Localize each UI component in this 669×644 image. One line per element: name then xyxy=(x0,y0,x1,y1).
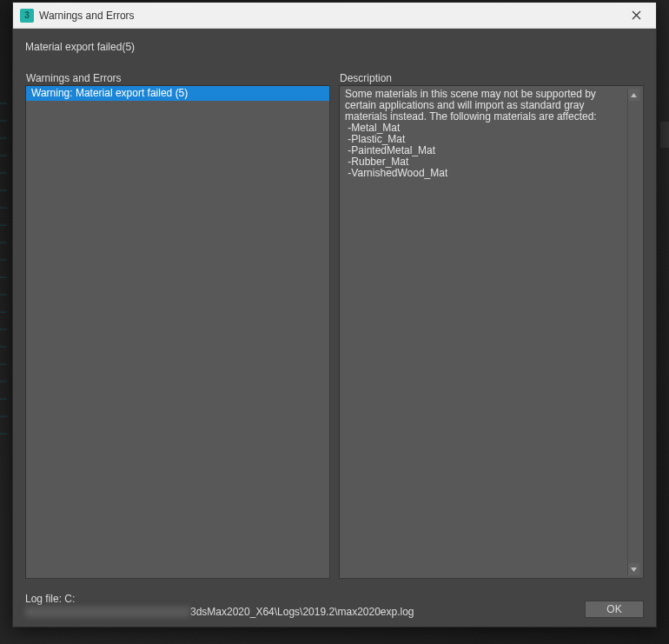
chevron-down-icon xyxy=(631,568,637,572)
redacted-path-segment xyxy=(25,607,190,617)
description-box[interactable]: Some materials in this scene may not be … xyxy=(339,85,644,579)
ok-button[interactable]: OK xyxy=(585,601,644,618)
close-button[interactable] xyxy=(618,3,654,28)
description-column: Description Some materials in this scene… xyxy=(339,72,644,579)
window-title: Warnings and Errors xyxy=(39,10,618,22)
warnings-column: Warnings and Errors Warning: Material ex… xyxy=(25,72,330,579)
app-icon: 3 xyxy=(20,9,34,23)
titlebar[interactable]: 3 Warnings and Errors xyxy=(13,3,656,29)
chevron-up-icon xyxy=(631,93,637,97)
description-text: Some materials in this scene may not be … xyxy=(345,89,626,575)
log-file-label: Log file: C: xyxy=(25,593,574,605)
list-item[interactable]: Warning: Material export failed (5) xyxy=(26,86,329,101)
dialog-body: Material export failed(5) Warnings and E… xyxy=(13,29,656,627)
scroll-up-button[interactable] xyxy=(628,89,639,101)
log-file-path: 3dsMax2020_X64\Logs\2019.2\max2020exp.lo… xyxy=(25,606,574,618)
description-label: Description xyxy=(339,72,644,84)
scroll-down-button[interactable] xyxy=(628,563,639,575)
log-area: Log file: C: 3dsMax2020_X64\Logs\2019.2\… xyxy=(25,593,574,618)
warnings-errors-dialog: 3 Warnings and Errors Material export fa… xyxy=(12,2,657,627)
close-icon xyxy=(632,10,641,20)
columns: Warnings and Errors Warning: Material ex… xyxy=(25,72,644,579)
dialog-subtitle: Material export failed(5) xyxy=(25,41,644,53)
scrollbar[interactable] xyxy=(627,89,639,575)
warnings-label: Warnings and Errors xyxy=(25,72,330,84)
warnings-listbox[interactable]: Warning: Material export failed (5) xyxy=(25,85,330,579)
footer: Log file: C: 3dsMax2020_X64\Logs\2019.2\… xyxy=(25,593,644,618)
log-path-suffix: 3dsMax2020_X64\Logs\2019.2\max2020exp.lo… xyxy=(190,606,414,618)
